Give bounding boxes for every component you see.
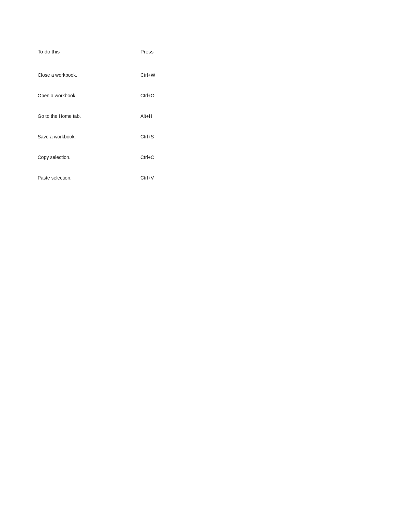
table-row: Save a workbook.Ctrl+S (38, 126, 243, 147)
shortcut-cell-4: Ctrl+C (140, 147, 243, 168)
action-cell-0: Close a workbook. (38, 65, 140, 85)
main-content: To do this Press Close a workbook.Ctrl+W… (0, 0, 411, 188)
action-cell-5: Paste selection. (38, 168, 140, 188)
table-row: Copy selection.Ctrl+C (38, 147, 243, 168)
header-shortcut-col: Press (140, 41, 243, 65)
shortcuts-table: To do this Press (38, 41, 243, 65)
action-cell-3: Save a workbook. (38, 126, 140, 147)
table-row: Go to the Home tab.Alt+H (38, 106, 243, 126)
shortcut-cell-0: Ctrl+W (140, 65, 243, 85)
table-row: Open a workbook.Ctrl+O (38, 85, 243, 106)
action-cell-4: Copy selection. (38, 147, 140, 168)
action-cell-1: Open a workbook. (38, 85, 140, 106)
table-row: Paste selection.Ctrl+V (38, 168, 243, 188)
shortcut-cell-2: Alt+H (140, 106, 243, 126)
shortcut-cell-3: Ctrl+S (140, 126, 243, 147)
header-action-col: To do this (38, 41, 140, 65)
shortcuts-data-table: Close a workbook.Ctrl+WOpen a workbook.C… (38, 65, 243, 188)
table-row: Close a workbook.Ctrl+W (38, 65, 243, 85)
header-shortcut-label: Press (140, 49, 153, 54)
header-action-label: To do this (38, 49, 60, 54)
table-header-row: To do this Press (38, 41, 243, 65)
action-cell-2: Go to the Home tab. (38, 106, 140, 126)
shortcut-cell-5: Ctrl+V (140, 168, 243, 188)
shortcut-cell-1: Ctrl+O (140, 85, 243, 106)
